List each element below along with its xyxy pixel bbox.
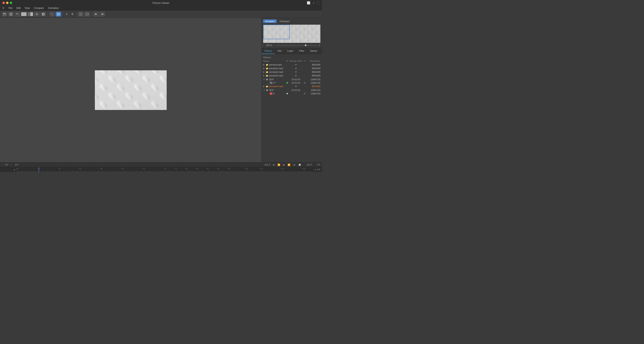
svg-rect-10 (58, 13, 60, 15)
minimize-button[interactable] (6, 1, 8, 4)
crop-btn[interactable] (49, 12, 55, 16)
svg-rect-6 (42, 13, 43, 14)
history-row[interactable]: □ 0 * 00:00:00 0 1280x720 (262, 81, 322, 84)
row-resolution: 960x540 (306, 63, 320, 66)
svg-text:30: 30 (16, 168, 18, 170)
history-row[interactable]: ▼ ▣ 알약 00:00:00 1280x720 (262, 88, 322, 92)
svg-rect-23 (95, 70, 167, 110)
undo-button[interactable] (14, 12, 20, 16)
svg-rect-3 (10, 14, 12, 15)
expand-icon: ▶ (263, 85, 265, 87)
history-column-headers: Name R Render Time F Resolution (262, 59, 322, 63)
open-button[interactable] (2, 12, 7, 16)
zoom-bar: ‹ 155 % › ▼ (263, 44, 320, 46)
play-next-btn[interactable]: ⏭ (293, 164, 296, 166)
layout-btn2[interactable] (84, 12, 90, 16)
folder-icon: 📁 (266, 85, 268, 88)
menu-animation[interactable]: Animation (46, 6, 60, 10)
col-header-render: Render Time (289, 60, 303, 62)
svg-text:10: 10 (38, 168, 40, 170)
history-row[interactable]: ▶ 📁 preview4.mp4 960x540 (262, 84, 322, 88)
folder-icon: 📁 (266, 70, 268, 73)
row-resolution: 1280x720 (306, 82, 320, 84)
row-name: 0 * (273, 82, 286, 84)
sidebar-toggle-icon[interactable]: ⬜ (307, 1, 310, 4)
svg-rect-9 (44, 14, 44, 15)
history-row[interactable]: ▶ 📁 preview1.mp4 960x540 (262, 66, 322, 70)
video-group-icon2: ▣ (266, 89, 268, 91)
history-section: History Info Layer Filter Stereo History… (262, 48, 322, 162)
settings-btn[interactable] (34, 12, 40, 16)
svg-rect-8 (42, 14, 43, 15)
tab-stereo[interactable]: Stereo (307, 48, 320, 54)
play-back-btn[interactable]: ⏪ (277, 164, 281, 166)
folder-icon: 📁 (266, 67, 268, 70)
timeline-settings[interactable]: 🔲 (298, 164, 302, 166)
canvas-area[interactable] (0, 18, 261, 162)
row-name: preview1.mp4 (269, 67, 286, 69)
history-row[interactable]: ▼ ▣ 알약 00:00:00 1280x720 (262, 77, 322, 81)
svg-text:30: 30 (79, 168, 81, 170)
grid-btn[interactable] (40, 12, 46, 16)
navigator-preview[interactable] (263, 25, 320, 43)
close-button[interactable] (2, 1, 5, 4)
expand-icon: ▶ (263, 71, 265, 73)
play-fwd-btn[interactable]: ⏩ (287, 164, 291, 166)
color-half-preview[interactable] (28, 12, 33, 16)
svg-text:40: 40 (100, 168, 102, 170)
save-button[interactable] (8, 12, 14, 16)
history-title: History (262, 55, 322, 59)
right-panel: Navigator Histogram (261, 18, 322, 162)
timeline-left-arrow[interactable]: ‹ (2, 164, 4, 166)
navigator-tabs: Navigator Histogram (263, 19, 320, 23)
hamburger-icon[interactable]: ☰ (2, 6, 5, 10)
app-title: Picture Viewer (152, 1, 170, 4)
tab-history[interactable]: History (262, 48, 275, 54)
zoom-slider[interactable] (276, 45, 317, 46)
menu-compare[interactable]: Compare (32, 6, 46, 10)
tab-navigator[interactable]: Navigator (263, 19, 277, 23)
timeline-ruler[interactable]: ◀ 30 10 20 (0, 167, 322, 172)
svg-text:90: 90 (206, 168, 209, 170)
fullscreen-icon[interactable]: ⛶ (317, 1, 320, 4)
row-resolution: 960x540 (306, 85, 320, 87)
timeline-right-arrow[interactable]: › (10, 164, 12, 166)
move-right-btn[interactable] (100, 12, 105, 16)
svg-text:130: 130 (302, 168, 305, 170)
menu-view[interactable]: View (23, 6, 32, 10)
history-row[interactable]: ▶ 📁 preview3.mp4 960x540 (262, 74, 322, 77)
ruler-marks-container: 30 10 20 30 (16, 167, 313, 172)
play-btn[interactable]: ▶ (282, 164, 286, 166)
label-b[interactable]: B (70, 12, 75, 16)
move-left-btn[interactable] (93, 12, 99, 16)
ruler-right-arrow[interactable]: ▶ (315, 169, 316, 171)
layout-btn1[interactable] (78, 12, 84, 16)
zoom-thumb (305, 44, 306, 46)
tab-histogram[interactable]: Histogram (278, 19, 292, 23)
play-prev-btn[interactable]: ⏮ (272, 164, 275, 166)
expand-icon: ▶ (263, 75, 265, 77)
tab-layer[interactable]: Layer (284, 48, 296, 54)
zoom-decrease[interactable]: ‹ (263, 44, 264, 46)
frame-start: 0 F (5, 164, 8, 166)
history-row[interactable]: ▶ 📁 preview2.mp4 960x540 (262, 70, 322, 74)
row-resolution: 960x540 (306, 74, 320, 77)
tab-info[interactable]: Info (275, 48, 284, 54)
row-name: preview4.mp4 (269, 85, 286, 87)
menu-edit[interactable]: Edit (15, 6, 22, 10)
history-row[interactable]: ▶ 📁 preview.mp4 960x540 (262, 63, 322, 66)
row-resolution: 1280x720 (306, 89, 320, 91)
ruler-left-control: ◀ (2, 169, 16, 171)
svg-rect-27 (263, 25, 320, 43)
external-link-icon[interactable]: ↗ (312, 1, 315, 4)
maximize-button[interactable] (10, 1, 12, 4)
zoom-dropdown[interactable]: ▼ (318, 44, 320, 46)
zoom-fit-btn[interactable] (56, 12, 61, 16)
history-row[interactable]: □ 0 0 1280x720 (262, 92, 322, 95)
navigator-section: Navigator Histogram (262, 18, 322, 48)
zoom-increase[interactable]: › (274, 44, 275, 46)
tab-filter[interactable]: Filter (296, 48, 307, 54)
label-a[interactable]: A (64, 12, 69, 16)
menu-file[interactable]: File (7, 6, 14, 10)
color-preview[interactable] (21, 12, 27, 16)
